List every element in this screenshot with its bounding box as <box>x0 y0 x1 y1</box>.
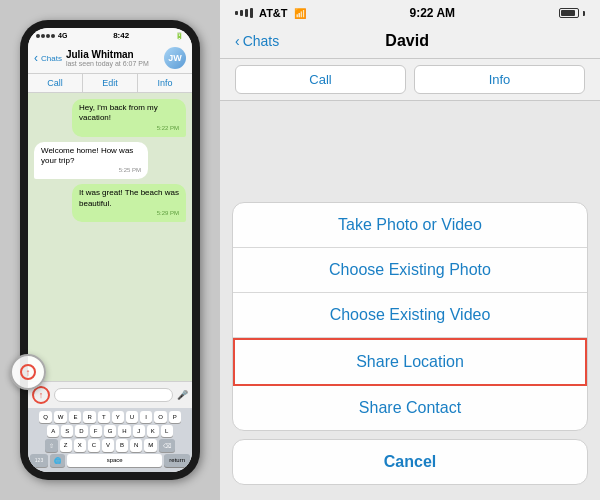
right-panel: AT&T 📶 9:22 AM ‹ Chats David Call Info T… <box>220 0 600 500</box>
phone-header: ‹ Chats Julia Whitman last seen today at… <box>28 43 192 74</box>
message-bubble: Hey, I'm back from my vacation! 5:22 PM <box>72 99 186 137</box>
key-d[interactable]: D <box>75 425 87 437</box>
key-e[interactable]: E <box>69 411 81 423</box>
tab-call[interactable]: Call <box>235 65 406 94</box>
cancel-button[interactable]: Cancel <box>232 439 588 485</box>
space-key[interactable]: space <box>67 454 162 467</box>
left-phone: 4G 8:42 🔋 ‹ Chats Julia Whitman last see… <box>0 0 220 500</box>
key-w[interactable]: W <box>54 411 68 423</box>
network-type: 4G <box>58 32 67 39</box>
key-t[interactable]: T <box>98 411 110 423</box>
shift-key[interactable]: ⇧ <box>45 439 58 452</box>
keyboard-row-1: Q W E R T Y U I O P <box>30 411 190 423</box>
avatar: JW <box>164 47 186 69</box>
message-time: 5:29 PM <box>79 210 179 218</box>
contact-info: Julia Whitman last seen today at 6:07 PM <box>66 49 164 67</box>
back-chevron-icon: ‹ <box>235 33 240 49</box>
chat-area: Hey, I'm back from my vacation! 5:22 PM … <box>28 93 192 381</box>
return-key[interactable]: return <box>164 454 190 467</box>
message-bubble: It was great! The beach was beautiful. 5… <box>72 184 186 222</box>
back-button[interactable]: ‹ Chats <box>235 33 279 49</box>
message-time: 5:22 PM <box>79 125 179 133</box>
phone-screen: 4G 8:42 🔋 ‹ Chats Julia Whitman last see… <box>28 28 192 472</box>
signal-indicator: 4G <box>36 32 67 39</box>
ios-status-bar: AT&T 📶 9:22 AM <box>220 0 600 24</box>
chat-input-area: ↑ 🎤 <box>28 381 192 408</box>
edit-button-phone[interactable]: Edit <box>83 74 138 92</box>
globe-key[interactable]: 🌐 <box>50 454 65 467</box>
message-bubble: Welcome home! How was your trip? 5:25 PM <box>34 142 148 180</box>
key-i[interactable]: I <box>140 411 152 423</box>
key-p[interactable]: P <box>169 411 181 423</box>
key-z[interactable]: Z <box>60 439 72 452</box>
battery-tip <box>583 11 585 16</box>
signal-bar-3 <box>245 9 248 17</box>
ios-clock: 9:22 AM <box>409 6 455 20</box>
phone-status-bar: 4G 8:42 🔋 <box>28 28 192 43</box>
ios-battery <box>559 8 585 18</box>
key-r[interactable]: R <box>83 411 95 423</box>
back-label-phone[interactable]: Chats <box>41 54 62 63</box>
wifi-icon: 📶 <box>294 8 306 19</box>
mic-icon[interactable]: 🎤 <box>177 390 188 400</box>
keyboard-row-2: A S D F G H J K L <box>30 425 190 437</box>
key-q[interactable]: Q <box>39 411 52 423</box>
contact-status: last seen today at 6:07 PM <box>66 60 164 67</box>
back-nav-label[interactable]: Chats <box>243 33 280 49</box>
key-v[interactable]: V <box>102 439 114 452</box>
key-g[interactable]: G <box>104 425 117 437</box>
key-n[interactable]: N <box>130 439 142 452</box>
phone-battery: 🔋 <box>175 32 184 40</box>
action-list: Take Photo or Video Choose Existing Phot… <box>232 202 588 431</box>
key-s[interactable]: S <box>61 425 73 437</box>
keyboard-row-4: 123 🌐 space return <box>30 454 190 467</box>
tab-info[interactable]: Info <box>414 65 585 94</box>
key-m[interactable]: M <box>144 439 157 452</box>
signal-bar-2 <box>240 10 243 16</box>
upload-icon: ↑ <box>20 364 36 380</box>
nav-header: ‹ Chats David <box>220 24 600 59</box>
key-u[interactable]: U <box>126 411 138 423</box>
key-y[interactable]: Y <box>112 411 124 423</box>
call-button-phone[interactable]: Call <box>28 74 83 92</box>
message-time: 5:25 PM <box>41 167 141 175</box>
action-sheet: Take Photo or Video Choose Existing Phot… <box>220 101 600 500</box>
tab-row: Call Info <box>220 59 600 101</box>
carrier-name: AT&T <box>259 7 288 19</box>
zoom-indicator: ↑ <box>10 354 46 390</box>
message-input[interactable] <box>54 388 173 402</box>
signal-bar-1 <box>235 11 238 15</box>
message-text: Hey, I'm back from my vacation! <box>79 103 179 124</box>
key-x[interactable]: X <box>74 439 86 452</box>
phone-device: 4G 8:42 🔋 ‹ Chats Julia Whitman last see… <box>20 20 200 480</box>
action-choose-video[interactable]: Choose Existing Video <box>233 293 587 338</box>
message-text: Welcome home! How was your trip? <box>41 146 141 167</box>
key-b[interactable]: B <box>116 439 128 452</box>
key-c[interactable]: C <box>88 439 100 452</box>
phone-clock: 8:42 <box>113 31 129 40</box>
key-a[interactable]: A <box>47 425 59 437</box>
action-share-location[interactable]: Share Location <box>233 338 587 386</box>
key-f[interactable]: F <box>90 425 102 437</box>
key-j[interactable]: J <box>133 425 145 437</box>
key-o[interactable]: O <box>154 411 167 423</box>
delete-key[interactable]: ⌫ <box>159 439 175 452</box>
carrier-signal: AT&T 📶 <box>235 7 306 19</box>
key-k[interactable]: K <box>147 425 159 437</box>
info-button-phone[interactable]: Info <box>138 74 192 92</box>
action-share-contact[interactable]: Share Contact <box>233 386 587 430</box>
action-take-photo[interactable]: Take Photo or Video <box>233 203 587 248</box>
battery-icon <box>559 8 579 18</box>
keyboard: Q W E R T Y U I O P A S D F G H <box>28 408 192 472</box>
back-icon[interactable]: ‹ <box>34 51 38 65</box>
numbers-key[interactable]: 123 <box>30 454 48 467</box>
keyboard-row-3: ⇧ Z X C V B N M ⌫ <box>30 439 190 452</box>
key-h[interactable]: H <box>118 425 130 437</box>
battery-fill <box>561 10 575 16</box>
key-l[interactable]: L <box>161 425 173 437</box>
signal-bar-4 <box>250 8 253 18</box>
message-text: It was great! The beach was beautiful. <box>79 188 179 209</box>
phone-action-bar: Call Edit Info <box>28 74 192 93</box>
action-choose-photo[interactable]: Choose Existing Photo <box>233 248 587 293</box>
contact-name: Julia Whitman <box>66 49 164 60</box>
